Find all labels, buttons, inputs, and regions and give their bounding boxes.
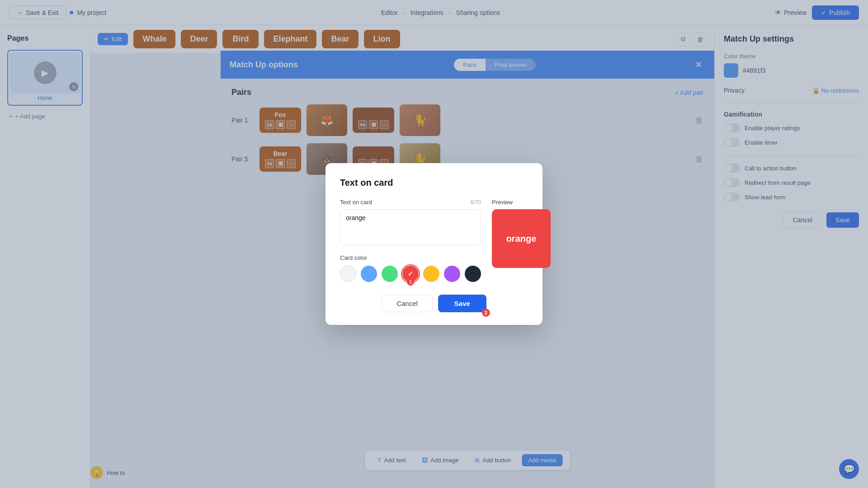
color-black[interactable] bbox=[465, 266, 481, 282]
toc-text-input[interactable]: orange bbox=[340, 209, 481, 245]
checkmark-icon: ✓ bbox=[408, 270, 413, 277]
badge-1: 1 bbox=[407, 278, 414, 286]
preview-text: orange bbox=[506, 234, 537, 244]
toc-left-panel: Text on card 6/70 orange Card color ✓ 1 bbox=[340, 199, 481, 282]
toc-modal-actions: Cancel Save bbox=[340, 295, 528, 312]
toc-char-count: 6/70 bbox=[471, 199, 481, 206]
color-yellow[interactable] bbox=[423, 266, 439, 282]
color-white[interactable] bbox=[340, 266, 356, 282]
toc-color-label: Card color bbox=[340, 254, 481, 261]
toc-color-section: Card color ✓ 1 bbox=[340, 254, 481, 282]
toc-cancel-button[interactable]: Cancel bbox=[382, 295, 433, 312]
toc-modal: Text on card Text on card 6/70 orange Ca… bbox=[326, 163, 542, 325]
toc-modal-overlay: Text on card Text on card 6/70 orange Ca… bbox=[0, 0, 868, 488]
toc-field-label: Text on card bbox=[340, 199, 372, 206]
toc-modal-body: Text on card 6/70 orange Card color ✓ 1 bbox=[340, 199, 528, 282]
preview-card: orange bbox=[492, 209, 551, 268]
toc-color-swatches: ✓ 1 bbox=[340, 266, 481, 282]
color-purple[interactable] bbox=[444, 266, 460, 282]
color-green[interactable] bbox=[382, 266, 398, 282]
color-blue[interactable] bbox=[361, 266, 377, 282]
color-red[interactable]: ✓ 1 bbox=[402, 266, 419, 282]
toc-modal-title: Text on card bbox=[340, 178, 528, 188]
toc-right-panel: Preview orange bbox=[492, 199, 551, 282]
toc-save-button[interactable]: Save bbox=[438, 295, 486, 312]
preview-label: Preview bbox=[492, 199, 551, 206]
